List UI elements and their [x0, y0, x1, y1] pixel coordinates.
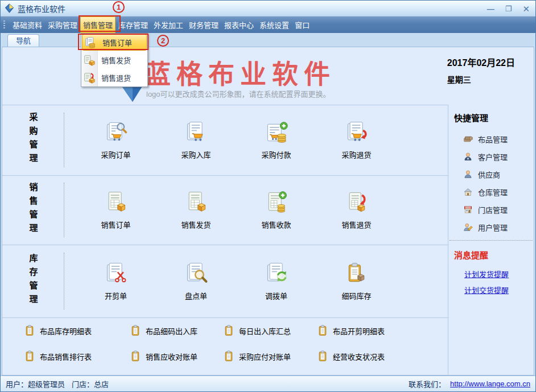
doc-scissors-icon: [104, 261, 129, 286]
module-sales-shipment[interactable]: 销售发货: [156, 190, 236, 230]
report-stock-detail[interactable]: 布品库存明细表: [24, 324, 92, 337]
section-label-purchase: 采购管理: [27, 113, 39, 167]
current-date: 2017年02月22日: [447, 55, 515, 69]
link-planned-delivery-reminder[interactable]: 计划交货提醒: [464, 284, 534, 295]
window-controls: — ❐ ✕: [487, 1, 530, 16]
report-label: 布品细码出入库: [146, 325, 197, 336]
module-label: 细码库存: [341, 290, 371, 301]
report-receivables[interactable]: 销售应收对账单: [130, 349, 197, 363]
module-label: 销售订单: [101, 219, 130, 230]
section-label-inventory: 库存管理: [27, 254, 39, 308]
tab-navigation[interactable]: 导航: [7, 34, 39, 47]
report-piece-inout[interactable]: 布品细码出入库: [130, 324, 197, 337]
report-daily-summary[interactable]: 每日出入库汇总: [223, 324, 291, 337]
warehouse-icon: [463, 187, 473, 197]
menu-item-label: 销售发货: [101, 55, 131, 65]
sidebar-item-users[interactable]: 用户管理: [463, 222, 534, 232]
module-sales-return[interactable]: 销售退货: [316, 190, 397, 230]
module-purchase-order[interactable]: 采购订单: [76, 120, 156, 160]
dotted-divider: [64, 113, 64, 168]
module-transfer-order[interactable]: 调拨单: [236, 261, 316, 301]
annotation-step-2: 2: [157, 35, 169, 47]
report-label: 布品开剪明细表: [333, 325, 385, 336]
module-cutting-order[interactable]: 开剪单: [76, 261, 156, 301]
link-planned-shipment-reminder[interactable]: 计划发货提醒: [464, 269, 534, 279]
menu-inventory[interactable]: 库存管理: [116, 16, 151, 33]
status-store: 门店：总店: [72, 378, 109, 389]
menu-window[interactable]: 窗口: [292, 16, 312, 33]
section-inventory: 库存管理 开剪单 盘点单 调拨单 细码库存: [2, 245, 448, 317]
quick-manage-title: 快捷管理: [454, 112, 534, 123]
module-sales-receipt[interactable]: 销售收款: [236, 190, 316, 230]
module-purchase-return[interactable]: 采购退货: [316, 120, 397, 160]
module-label: 销售发货: [181, 219, 211, 230]
module-label: 采购订单: [101, 149, 130, 160]
sidebar-item-label: 用户管理: [478, 222, 508, 233]
module-purchase-payment[interactable]: 采购付款: [236, 120, 316, 160]
sidebar-item-label: 布品管理: [478, 134, 508, 145]
module-label: 盘点单: [185, 290, 207, 301]
sidebar-item-customers[interactable]: 客户管理: [463, 151, 534, 162]
doc-cart-icon: [184, 120, 209, 145]
module-purchase-inbound[interactable]: 采购入库: [156, 120, 236, 160]
sidebar-item-warehouses[interactable]: 仓库管理: [463, 187, 534, 197]
store-icon: [463, 205, 473, 214]
close-button[interactable]: ✕: [522, 5, 530, 13]
menu-purchase[interactable]: 采购管理: [45, 16, 80, 33]
doc-cart-search-icon: [104, 120, 129, 145]
menu-item-sales-shipment[interactable]: 销售发货: [81, 51, 147, 69]
report-cutting-detail[interactable]: 布品开剪明细表: [317, 324, 385, 337]
status-user: 用户：超级管理员: [6, 378, 65, 389]
annotation-highlight-sales-order: [78, 34, 149, 50]
report-label: 布品销售排行表: [40, 351, 92, 362]
menu-item-sales-return[interactable]: 销售退货: [81, 69, 147, 86]
menu-settings[interactable]: 系统设置: [257, 16, 292, 33]
report-sales-ranking[interactable]: 布品销售排行表: [24, 349, 92, 363]
menu-base-data[interactable]: 基础资料: [10, 16, 45, 33]
annotation-highlight-sales-menu: [79, 15, 121, 32]
contact-link[interactable]: http://www.lange.com.cn: [450, 379, 530, 388]
menu-reports[interactable]: 报表中心: [221, 16, 257, 33]
sidebar-item-suppliers[interactable]: 供应商: [463, 169, 534, 179]
module-sales-order[interactable]: 销售订单: [76, 190, 156, 230]
module-label: 销售收款: [261, 219, 291, 230]
menu-outsourcing[interactable]: 外发加工: [151, 16, 186, 33]
message-reminder-title: 消息提醒: [454, 249, 534, 261]
main-content: 蓝格布业软件 logo可以更改成贵公司形象图，请在系统配置界面更换。 2017年…: [2, 47, 534, 376]
supplier-icon: [463, 170, 473, 179]
module-label: 销售退货: [341, 219, 371, 230]
module-label: 调拨单: [265, 290, 287, 301]
doc-transfer-icon: [264, 261, 289, 286]
annotation-step-1: 1: [113, 1, 125, 13]
menu-finance[interactable]: 财务管理: [186, 16, 221, 33]
doc-cart-return-icon: [344, 120, 369, 145]
minimize-button[interactable]: —: [487, 5, 494, 13]
sidebar-item-label: 门店管理: [478, 204, 508, 215]
clipboard-icon: [317, 350, 328, 362]
page-title: 蓝格布业软件: [145, 53, 336, 90]
clipboard-icon: [24, 350, 35, 362]
doc-search-icon: [184, 261, 209, 286]
dotted-divider: [450, 240, 533, 241]
module-label: 采购入库: [181, 149, 211, 160]
sidebar-item-stores[interactable]: 门店管理: [463, 204, 534, 214]
doc-box-return-icon: [344, 190, 369, 215]
app-logo-icon: [5, 3, 14, 13]
maximize-button[interactable]: ❐: [505, 5, 512, 13]
dotted-divider: [64, 253, 64, 310]
report-label: 销售应收对账单: [146, 351, 197, 362]
report-label: 每日出入库汇总: [239, 325, 291, 336]
app-window: 蓝格布业软件 — ❐ ✕ 基础资料 采购管理 销售管理 库存管理 外发加工 财务…: [0, 0, 536, 392]
report-profit-status[interactable]: 经营收支状况表: [317, 349, 385, 363]
report-payables[interactable]: 采购应付对账单: [223, 349, 291, 363]
report-label: 采购应付对账单: [239, 351, 291, 362]
module-stocktake[interactable]: 盘点单: [156, 261, 236, 301]
clipboard-icon: [223, 350, 234, 362]
current-weekday: 星期三: [447, 73, 515, 85]
customer-icon: [463, 152, 473, 162]
logo-hint-text: logo可以更改成贵公司形象图，请在系统配置界面更换。: [146, 88, 331, 99]
divider: [2, 317, 448, 318]
menubar-grip-icon: [3, 20, 5, 30]
module-detail-stock[interactable]: 细码库存: [316, 261, 397, 301]
sidebar-item-fabric[interactable]: 布品管理: [463, 134, 534, 144]
